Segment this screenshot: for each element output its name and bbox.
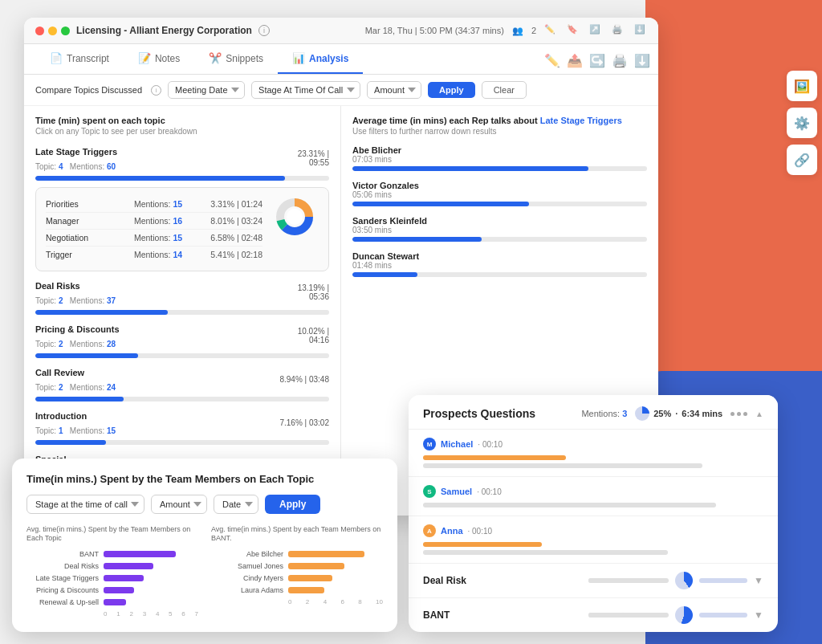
donut-chart [271,196,319,238]
clear-button[interactable]: Clear [482,81,527,99]
topic-meta-deal-risks: Topic: 2 Mentions: 37 [35,296,116,305]
fc-title-row: Prospects Questions Mentions: 3 25% · 6:… [423,406,763,421]
download-icon-tab[interactable]: ⬇️ [634,53,647,66]
apply-button[interactable]: Apply [428,82,475,98]
tab-analysis[interactable]: 📊 Analysis [278,44,363,74]
meeting-date-select[interactable]: Meeting Date [168,81,245,99]
topic-meta-call-review: Topic: 2 Mentions: 24 [35,383,116,392]
fc-right-header: Prospects Questions Mentions: 3 25% · 6:… [409,395,778,429]
fc-deal-risk-chevron[interactable]: ▼ [754,575,763,586]
forward-icon[interactable]: ↪️ [589,53,602,66]
topic-deal-risks[interactable]: Deal Risks Topic: 2 Mentions: 37 13.19% … [35,278,329,315]
fc-bar-gray-anna [423,550,668,555]
sidebar-right: 🖼️ ⚙️ 🔗 [782,64,822,181]
fc-time: 6:34 mins [682,409,722,418]
amount-select[interactable]: Amount [367,81,421,99]
subtopic-negotiation[interactable]: Negotiation Mentions: 15 6.58% | 02:48 [46,230,262,247]
rep-time-victor: 05:06 mins [352,190,647,199]
fc-rep-samuel-header: S Samuel · 00:10 [423,485,763,498]
sidebar-icon-settings[interactable]: ⚙️ [787,108,817,138]
rep-victor-gonzales[interactable]: Victor Gonzales 05:06 mins [352,181,647,206]
bookmark-icon[interactable]: 🔖 [567,24,580,37]
topic-pct-deal-risks: 13.19% |05:36 [273,283,329,301]
fc-bant-chevron[interactable]: ▼ [754,609,763,621]
fc-pct: 25% [653,409,671,418]
tab-snippets[interactable]: ✂️ Snippets [194,44,278,74]
datetime-label: Mar 18, Thu | 5:00 PM (34:37 mins) [365,26,504,35]
subtopic-pct-priorities: 3.31% | 01:24 [206,199,262,209]
fc-time-michael: · 00:10 [478,440,503,449]
chart2-label-cindy: Cindy Myers [211,574,283,582]
rep-name-duncan: Duncan Stewart [352,251,647,261]
minimize-button[interactable] [48,26,57,35]
fc-name-samuel: Samuel [441,487,472,496]
fc-rep-michael: M Michael · 00:10 [409,429,778,476]
download-icon[interactable]: ⬇️ [634,24,647,37]
link-icon[interactable]: ↗️ [589,24,602,37]
tab-transcript[interactable]: 📄 Transcript [35,44,124,74]
maximize-button[interactable] [61,26,70,35]
float-date-select[interactable]: Date [214,495,258,514]
subtopic-mentions-trigger: Mentions: 14 [134,250,182,259]
snippets-icon: ✂️ [209,52,222,64]
edit-icon[interactable]: ✏️ [544,53,557,66]
topic-name-pricing: Pricing & Discounts [35,324,120,334]
sidebar-icon-network[interactable]: 🔗 [787,145,817,175]
title-bar-right: Mar 18, Thu | 5:00 PM (34:37 mins) 👥 2 ✏… [365,24,647,37]
rep-abe-blicher[interactable]: Abe Blicher 07:03 mins [352,145,647,171]
transcript-icon: 📄 [50,52,63,64]
fc-bar-orange-michael [423,455,566,460]
tab-bar-actions: ✏️ 📤 ↪️ 🖨️ ⬇️ [544,53,647,66]
float-apply-button[interactable]: Apply [265,495,320,514]
fc-rep-michael-header: M Michael · 00:10 [423,438,763,450]
topic-late-stage-triggers[interactable]: Late Stage Triggers Topic: 4 Mentions: 6… [35,144,329,271]
fc-avatar-michael: M [423,438,436,450]
chart1-axis: 01234567 [26,610,198,618]
subtopic-mentions-priorities: Mentions: 15 [134,199,182,209]
topic-pricing[interactable]: Pricing & Discounts Topic: 2 Mentions: 2… [35,321,329,358]
chart2-bar-samuel: Samuel Jones [211,562,383,570]
print-icon-tab[interactable]: 🖨️ [612,53,625,66]
subtopic-priorities[interactable]: Priorities Mentions: 15 3.31% | 01:24 [46,196,262,213]
topic-name-introduction: Introduction [35,411,87,421]
fc-bant-bar2 [699,613,747,618]
title-bar-icons: ✏️ 🔖 ↗️ 🖨️ ⬇️ [544,24,647,37]
rep-duncan-stewart[interactable]: Duncan Stewart 01:48 mins [352,251,647,277]
rep-sanders-kleinfeld[interactable]: Sanders Kleinfeld 03:50 mins [352,216,647,242]
fc-collapse-icon[interactable]: ▲ [755,410,763,418]
float-amount-select[interactable]: Amount [151,495,207,514]
info-icon[interactable]: i [258,25,270,36]
share-icon[interactable]: ✏️ [544,24,557,37]
subtopic-manager[interactable]: Manager Mentions: 16 8.01% | 03:24 [46,213,262,230]
chart1-bar-late-stage: Late Stage Triggers [26,574,198,582]
subtopic-mentions-negotiation: Mentions: 15 [134,233,182,243]
stage-select[interactable]: Stage At Time Of Call [251,81,360,99]
print-icon[interactable]: 🖨️ [612,24,625,37]
chart1-bars: BANT Deal Risks Late Stage Triggers Pric… [26,550,198,606]
chart1-label-late-stage: Late Stage Triggers [26,574,99,582]
subtopic-trigger[interactable]: Trigger Mentions: 14 5.41% | 02:18 [46,247,262,263]
close-button[interactable] [35,26,44,35]
float-stage-select[interactable]: Stage at the time of call [26,495,144,514]
bg-orange-accent [645,0,822,385]
topic-meta-pricing: Topic: 2 Mentions: 28 [35,340,116,348]
fc-deal-risk-donut [675,572,693,589]
fc-bar-gray-samuel [423,503,716,507]
fc-bant-bar [588,613,669,618]
filter-info-icon[interactable]: i [151,85,161,96]
fc-bar-orange-anna [423,542,542,547]
rep-bar-abe [352,166,647,171]
chart1-label-pricing: Pricing & Discounts [26,586,99,594]
topic-introduction[interactable]: Introduction Topic: 1 Mentions: 15 7.16%… [35,408,329,445]
sidebar-icon-image[interactable]: 🖼️ [787,71,817,101]
right-panel-highlight: Late Stage Triggers [540,116,622,125]
share-icon-tab[interactable]: 📤 [567,53,580,66]
chart2-bar-laura: Laura Adams [211,586,383,594]
fc-more-icon[interactable] [730,412,747,416]
bar-call-review [35,397,329,401]
topic-call-review[interactable]: Call Review Topic: 2 Mentions: 24 8.94% … [35,365,329,401]
tab-notes[interactable]: 📝 Notes [124,44,194,74]
left-section-subtitle: Click on any Topic to see per user break… [35,127,329,136]
fc-time-samuel: · 00:10 [477,487,502,496]
chart1-bar-deal-risks: Deal Risks [26,562,198,570]
